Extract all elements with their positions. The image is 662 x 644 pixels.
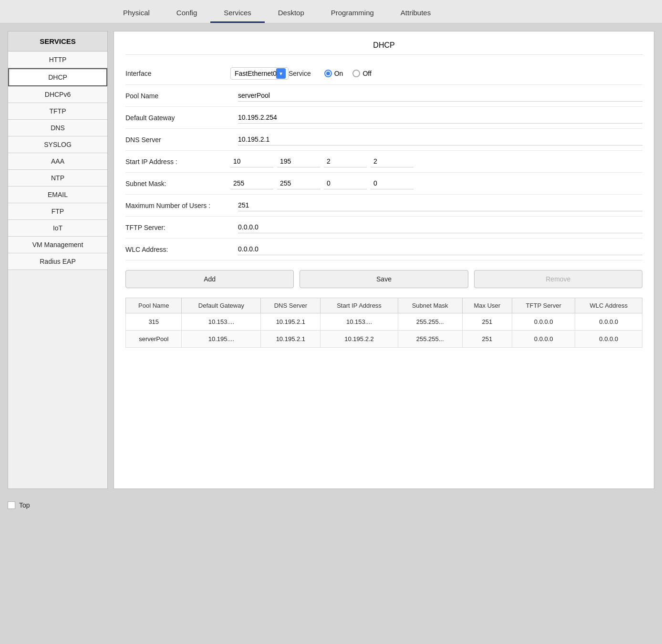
table-cell: 10.153.... (321, 313, 398, 331)
subnet-oct4[interactable] (371, 177, 414, 189)
bottom-bar: Top (0, 497, 662, 514)
start-ip-label: Start IP Address : (125, 158, 230, 166)
table-cell: 251 (462, 331, 512, 348)
start-ip-oct3[interactable] (324, 156, 367, 167)
col-wlc-address: WLC Address (575, 298, 642, 313)
table-cell: 315 (126, 313, 182, 331)
col-tftp-server: TFTP Server (512, 298, 575, 313)
start-ip-inputs (230, 156, 642, 167)
service-label: Service (289, 70, 311, 77)
content-title: DHCP (125, 41, 642, 55)
dns-server-label: DNS Server (125, 136, 230, 144)
tab-programming[interactable]: Programming (318, 4, 387, 23)
default-gateway-label: Default Gateway (125, 114, 230, 122)
col-start-ip: Start IP Address (321, 298, 398, 313)
table-cell: 10.195.2.2 (321, 331, 398, 348)
col-default-gateway: Default Gateway (182, 298, 261, 313)
pool-name-input[interactable] (238, 90, 642, 102)
interface-label: Interface (125, 70, 230, 77)
table-cell: 0.0.0.0 (512, 313, 575, 331)
wlc-address-row: WLC Address: (125, 239, 642, 260)
service-on-option[interactable]: On (324, 70, 343, 77)
start-ip-oct2[interactable] (277, 156, 320, 167)
tab-services[interactable]: Services (210, 4, 265, 23)
table-cell: 251 (462, 313, 512, 331)
service-group: Service On Off (289, 70, 372, 77)
subnet-oct3[interactable] (324, 177, 367, 189)
sidebar-item-dhcp[interactable]: DHCP (8, 68, 107, 86)
tab-config[interactable]: Config (163, 4, 210, 23)
tab-attributes[interactable]: Attributes (387, 4, 444, 23)
sidebar-item-syslog[interactable]: SYSLOG (8, 136, 107, 153)
table-cell: 0.0.0.0 (575, 331, 642, 348)
table-cell: 10.195.2.1 (261, 331, 321, 348)
tftp-server-label: TFTP Server: (125, 224, 230, 231)
wlc-address-input[interactable] (238, 243, 642, 255)
tab-physical[interactable]: Physical (110, 4, 163, 23)
sidebar-item-dhcpv6[interactable]: DHCPv6 (8, 86, 107, 103)
pool-name-row: Pool Name (125, 85, 642, 107)
table-cell: 10.195.2.1 (261, 313, 321, 331)
table-cell: serverPool (126, 331, 182, 348)
default-gateway-row: Default Gateway (125, 107, 642, 129)
sidebar-title: SERVICES (8, 31, 107, 52)
sidebar-item-aaa[interactable]: AAA (8, 153, 107, 170)
sidebar: SERVICES HTTP DHCP DHCPv6 TFTP DNS SYSLO… (8, 31, 108, 489)
table-cell: 10.195.... (182, 331, 261, 348)
start-ip-row: Start IP Address : (125, 151, 642, 173)
button-row: Add Save Remove (125, 270, 642, 288)
add-button[interactable]: Add (125, 270, 294, 288)
table-cell: 0.0.0.0 (575, 313, 642, 331)
max-users-input[interactable] (238, 199, 642, 211)
radio-on-icon (324, 70, 332, 77)
sidebar-item-dns[interactable]: DNS (8, 120, 107, 136)
subnet-oct2[interactable] (277, 177, 320, 189)
table-row[interactable]: 31510.153....10.195.2.110.153....255.255… (126, 313, 642, 331)
start-ip-oct1[interactable] (230, 156, 273, 167)
dns-server-input[interactable] (238, 134, 642, 145)
service-off-option[interactable]: Off (352, 70, 371, 77)
remove-button[interactable]: Remove (474, 270, 642, 288)
sidebar-item-ntp[interactable]: NTP (8, 170, 107, 187)
col-pool-name: Pool Name (126, 298, 182, 313)
interface-select[interactable]: FastEthernet0 (230, 67, 289, 80)
save-button[interactable]: Save (300, 270, 468, 288)
sidebar-item-tftp[interactable]: TFTP (8, 103, 107, 120)
sidebar-item-iot[interactable]: IoT (8, 220, 107, 237)
pool-name-label: Pool Name (125, 92, 230, 100)
table-cell: 255.255... (398, 313, 462, 331)
sidebar-item-email[interactable]: EMAIL (8, 187, 107, 203)
sidebar-item-http[interactable]: HTTP (8, 52, 107, 68)
start-ip-oct4[interactable] (371, 156, 414, 167)
max-users-label: Maximum Number of Users : (125, 202, 230, 209)
content-panel: DHCP Interface FastEthernet0 ▼ Service O… (114, 31, 654, 489)
tab-desktop[interactable]: Desktop (265, 4, 318, 23)
subnet-mask-label: Subnet Mask: (125, 180, 230, 187)
service-on-label: On (334, 70, 343, 77)
table-row[interactable]: serverPool10.195....10.195.2.110.195.2.2… (126, 331, 642, 348)
default-gateway-input[interactable] (238, 112, 642, 124)
subnet-oct1[interactable] (230, 177, 273, 189)
dns-server-row: DNS Server (125, 129, 642, 151)
col-max-user: Max User (462, 298, 512, 313)
sidebar-item-radius-eap[interactable]: Radius EAP (8, 253, 107, 270)
top-checkbox[interactable] (8, 501, 15, 509)
interface-row: Interface FastEthernet0 ▼ Service On Off (125, 62, 642, 85)
main-layout: SERVICES HTTP DHCP DHCPv6 TFTP DNS SYSLO… (0, 23, 662, 497)
dhcp-table: Pool Name Default Gateway DNS Server Sta… (125, 298, 642, 348)
tftp-server-row: TFTP Server: (125, 217, 642, 239)
tab-bar: Physical Config Services Desktop Program… (0, 0, 662, 23)
interface-select-wrapper[interactable]: FastEthernet0 ▼ (230, 67, 289, 80)
col-subnet-mask: Subnet Mask (398, 298, 462, 313)
col-dns-server: DNS Server (261, 298, 321, 313)
sidebar-item-ftp[interactable]: FTP (8, 203, 107, 220)
tftp-server-input[interactable] (238, 221, 642, 233)
table-cell: 10.153.... (182, 313, 261, 331)
radio-off-icon (352, 70, 360, 77)
table-cell: 255.255... (398, 331, 462, 348)
service-off-label: Off (362, 70, 371, 77)
sidebar-item-vm-management[interactable]: VM Management (8, 237, 107, 253)
wlc-address-label: WLC Address: (125, 246, 230, 253)
subnet-mask-inputs (230, 177, 642, 189)
top-label: Top (19, 501, 30, 509)
